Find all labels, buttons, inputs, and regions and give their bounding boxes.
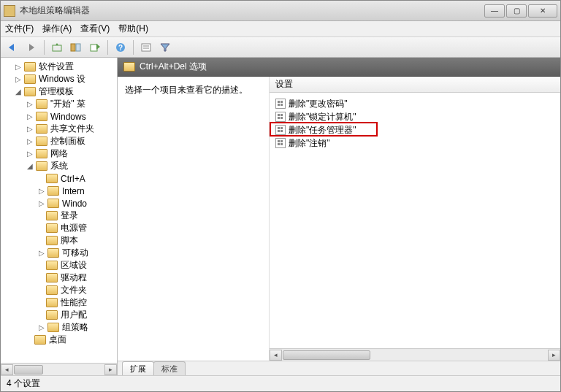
tree-node[interactable]: ▷共享文件夹 <box>2 123 117 135</box>
scroll-left-icon[interactable]: ◂ <box>1 364 13 375</box>
tree-label: 软件设置 <box>39 61 74 73</box>
tree-node[interactable]: 脚本 <box>2 234 117 247</box>
tree-node[interactable]: Ctrl+A <box>2 172 117 185</box>
tree-label: 驱动程 <box>61 272 87 284</box>
content-area: ▷软件设置▷Windows 设◢管理模板▷"开始" 菜▷Windows▷共享文件… <box>1 58 560 375</box>
list-hscrollbar[interactable]: ◂ ▸ <box>270 348 560 361</box>
tree-node[interactable]: ▷网络 <box>2 147 117 160</box>
expand-icon[interactable]: ▷ <box>37 199 46 208</box>
tree-label: 文件夹 <box>61 284 87 296</box>
settings-list[interactable]: 删除"更改密码"删除"锁定计算机"删除"任务管理器"删除"注销" <box>270 93 560 348</box>
tree-node[interactable]: 桌面 <box>2 334 117 346</box>
scroll-left-icon[interactable]: ◂ <box>270 350 282 361</box>
tree-hscroll-thumb[interactable] <box>14 365 43 374</box>
forward-button[interactable] <box>23 39 40 55</box>
tree-node[interactable]: 区域设 <box>2 259 117 272</box>
policy-icon <box>275 125 286 135</box>
expand-icon[interactable]: ▷ <box>26 150 34 158</box>
list-item-label: 删除"更改密码" <box>289 98 348 110</box>
settings-column-header[interactable]: 设置 <box>270 77 560 93</box>
folder-icon <box>36 161 47 171</box>
tab-standard[interactable]: 标准 <box>153 361 186 375</box>
list-item-label: 删除"锁定计算机" <box>289 111 356 123</box>
help-button[interactable]: ? <box>112 39 129 55</box>
tree-node[interactable]: ▷控制面板 <box>2 135 117 147</box>
svg-rect-3 <box>91 45 97 51</box>
list-hscroll-thumb[interactable] <box>283 350 370 360</box>
policy-tree[interactable]: ▷软件设置▷Windows 设◢管理模板▷"开始" 菜▷Windows▷共享文件… <box>1 58 117 349</box>
show-hide-tree-button[interactable] <box>67 39 85 55</box>
folder-icon <box>36 149 47 158</box>
tree-node[interactable]: ▷Windows <box>2 110 117 123</box>
gpedit-window: 本地组策略编辑器 — ▢ ✕ 文件(F) 操作(A) 查看(V) 帮助(H) ?… <box>0 0 561 392</box>
scroll-right-icon[interactable]: ▸ <box>104 364 117 375</box>
expand-icon[interactable]: ◢ <box>14 88 23 96</box>
properties-button[interactable] <box>137 39 155 55</box>
list-item[interactable]: 删除"注销" <box>272 137 557 150</box>
expand-icon[interactable]: ▷ <box>14 75 23 84</box>
policy-icon <box>275 112 286 122</box>
folder-icon <box>36 137 47 146</box>
list-item-label: 删除"注销" <box>289 137 330 150</box>
tree-node[interactable]: 用户配 <box>2 309 117 321</box>
tree-node[interactable]: 性能控 <box>2 296 117 309</box>
svg-rect-6 <box>142 44 150 51</box>
menubar: 文件(F) 操作(A) 查看(V) 帮助(H) <box>1 21 560 37</box>
menu-file[interactable]: 文件(F) <box>5 23 34 35</box>
list-item[interactable]: 删除"锁定计算机" <box>272 110 557 123</box>
list-item[interactable]: 删除"更改密码" <box>272 97 557 110</box>
expand-icon[interactable]: ▷ <box>26 100 34 109</box>
tree-node[interactable]: 驱动程 <box>2 272 117 284</box>
expand-icon[interactable]: ▷ <box>37 249 46 258</box>
window-title: 本地组策略编辑器 <box>20 4 484 17</box>
tree-label: Windows 设 <box>39 73 85 85</box>
close-button[interactable]: ✕ <box>528 4 557 18</box>
tree-label: 桌面 <box>49 334 66 346</box>
tree-node[interactable]: 文件夹 <box>2 284 117 296</box>
menu-view[interactable]: 查看(V) <box>80 23 110 35</box>
expand-icon[interactable]: ▷ <box>14 63 23 72</box>
filter-button[interactable] <box>156 39 174 55</box>
folder-icon <box>46 261 58 270</box>
path-header: Ctrl+Alt+Del 选项 <box>118 58 560 77</box>
description-prompt: 选择一个项目来查看它的描述。 <box>125 84 262 96</box>
expand-icon[interactable]: ▷ <box>26 137 34 146</box>
tree-label: 组策略 <box>62 321 88 334</box>
scroll-right-icon[interactable]: ▸ <box>548 350 560 361</box>
back-button[interactable] <box>4 39 21 55</box>
tree-node[interactable]: ▷组策略 <box>2 321 117 334</box>
expand-icon[interactable]: ▷ <box>26 112 34 121</box>
expand-icon[interactable]: ▷ <box>37 187 46 196</box>
list-item[interactable]: 删除"任务管理器" <box>272 123 557 137</box>
tree-hscrollbar[interactable]: ◂ ▸ <box>1 363 117 375</box>
tree-node[interactable]: ▷软件设置 <box>2 61 117 73</box>
up-button[interactable] <box>48 39 66 55</box>
menu-action[interactable]: 操作(A) <box>42 23 72 35</box>
titlebar[interactable]: 本地组策略编辑器 — ▢ ✕ <box>1 1 560 21</box>
tree-node[interactable]: 登录 <box>2 210 117 222</box>
tree-node[interactable]: ▷Windows 设 <box>2 73 117 85</box>
expand-icon[interactable]: ◢ <box>26 162 34 171</box>
minimize-button[interactable]: — <box>484 4 505 18</box>
tree-node[interactable]: ▷"开始" 菜 <box>2 98 117 110</box>
statusbar: 4 个设置 <box>1 375 560 391</box>
maximize-button[interactable]: ▢ <box>506 4 527 18</box>
expand-icon[interactable]: ▷ <box>37 323 46 332</box>
settings-header-label: 设置 <box>275 78 293 91</box>
tree-node[interactable]: ▷Intern <box>2 185 117 197</box>
tree-node[interactable]: 电源管 <box>2 222 117 234</box>
menu-help[interactable]: 帮助(H) <box>118 23 148 35</box>
folder-icon <box>47 186 59 196</box>
expand-icon[interactable]: ▷ <box>26 125 34 134</box>
tree-node[interactable]: ▷Windo <box>2 197 117 210</box>
tree-node[interactable]: ▷可移动 <box>2 247 117 259</box>
folder-icon <box>36 99 47 109</box>
tree-label: 网络 <box>50 147 68 160</box>
tree-node[interactable]: ◢系统 <box>2 160 117 172</box>
toolbar: ? <box>1 37 560 58</box>
tab-extended[interactable]: 扩展 <box>122 361 154 375</box>
folder-icon <box>46 273 58 283</box>
tree-node[interactable]: ◢管理模板 <box>2 85 117 98</box>
export-button[interactable] <box>86 39 104 55</box>
svg-rect-1 <box>71 44 75 51</box>
